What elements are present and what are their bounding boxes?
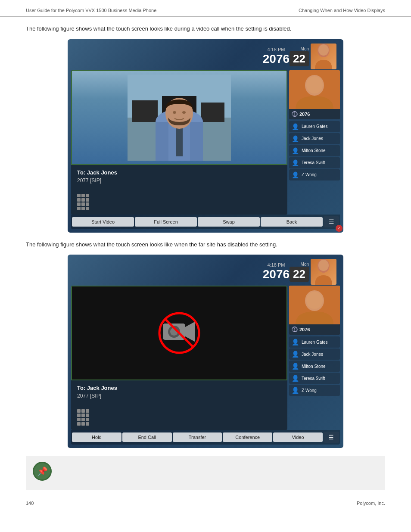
contact-num-2: 2076 bbox=[299, 327, 310, 332]
contacts-sidebar-2: ⓵ 2076 👤 Lauren Gates 👤 Jack Jones 👤 Mil… bbox=[289, 286, 340, 430]
time-num-2: 2076 bbox=[263, 268, 290, 281]
full-screen-button[interactable]: Full Screen bbox=[135, 217, 197, 227]
svg-rect-6 bbox=[132, 100, 158, 122]
contact-icon-9: 👤 bbox=[292, 375, 299, 382]
person-silhouette-1 bbox=[128, 75, 231, 161]
contact-top-2: ⓵ 2076 bbox=[289, 286, 340, 335]
svg-point-1 bbox=[318, 44, 329, 56]
contact-zwong-1[interactable]: 👤 Z Wong bbox=[289, 169, 340, 180]
day-badge-2: 22 bbox=[290, 267, 309, 282]
hd-icon-1: ⓵ bbox=[292, 111, 298, 118]
header-left: User Guide for the Polycom VVX 1500 Busi… bbox=[26, 8, 156, 13]
contact-icon-8: 👤 bbox=[292, 363, 299, 370]
note-icon: 📌 bbox=[33, 462, 52, 481]
company-name: Polycom, Inc. bbox=[357, 501, 385, 506]
contact-zwong-2[interactable]: 👤 Z Wong bbox=[289, 385, 340, 396]
page-number: 140 bbox=[26, 501, 34, 506]
video-disabled-1 bbox=[72, 286, 286, 380]
main-content: The following figure shows what the touc… bbox=[0, 25, 411, 490]
contact-icon-7: 👤 bbox=[292, 351, 299, 358]
to-label-1: To: Jack Jones bbox=[77, 169, 281, 176]
contacts-sidebar-1: ⓵ 2076 👤 Lauren Gates 👤 Jack Jones 👤 Mil… bbox=[289, 70, 340, 215]
contact-top-row-1: ⓵ 2076 bbox=[289, 109, 340, 119]
status-bar-1: 4:18 PM 2076 Mon 22 ✓ bbox=[71, 43, 340, 70]
contact-top-1: ⓵ 2076 bbox=[289, 70, 340, 119]
conference-button[interactable]: Conference bbox=[223, 432, 272, 442]
contact-icon-1: 👤 bbox=[292, 123, 299, 130]
hold-button[interactable]: Hold bbox=[72, 432, 121, 442]
contact-jack-1[interactable]: 👤 Jack Jones bbox=[289, 133, 340, 144]
bottom-buttons-1: Start Video Full Screen Swap Back ☰ bbox=[71, 215, 340, 229]
svg-marker-24 bbox=[185, 322, 195, 342]
figure1-intro: The following figure shows what the touc… bbox=[26, 25, 385, 33]
time-num-1: 2076 bbox=[263, 52, 290, 66]
sip-label-2: 2077 [SIP] bbox=[77, 393, 281, 399]
contact-photo-svg-1 bbox=[289, 70, 340, 109]
svg-point-15 bbox=[182, 111, 186, 114]
phone-ui-2: 4:18 PM 2076 Mon 22 bbox=[68, 255, 343, 448]
contact-top-row-2: ⓵ 2076 bbox=[289, 324, 340, 335]
day-label-1: Mon 22 bbox=[290, 47, 309, 66]
svg-rect-8 bbox=[201, 103, 224, 122]
page-header: User Guide for the Polycom VVX 1500 Busi… bbox=[0, 0, 411, 17]
hd-icon-2: ⓵ bbox=[292, 326, 298, 333]
contact-teresa-1[interactable]: 👤 Teresa Swift bbox=[289, 157, 340, 168]
status-center-1: 4:18 PM 2076 bbox=[263, 47, 290, 66]
pin-icon: 📌 bbox=[37, 466, 48, 476]
keypad-icon-1 bbox=[77, 194, 89, 210]
contact-lauren-1[interactable]: 👤 Lauren Gates bbox=[289, 121, 340, 132]
video-button[interactable]: Video bbox=[273, 432, 323, 442]
to-label-2: To: Jack Jones bbox=[77, 385, 281, 391]
note-box: 📌 bbox=[26, 456, 385, 490]
contact-photo-2 bbox=[289, 286, 340, 324]
call-info-1: To: Jack Jones 2077 [SIP] bbox=[71, 165, 287, 215]
menu-icon-btn-2[interactable]: ☰ bbox=[324, 432, 339, 443]
contact-teresa-2[interactable]: 👤 Teresa Swift bbox=[289, 373, 340, 384]
contact-icon-6: 👤 bbox=[292, 339, 299, 345]
svg-point-18 bbox=[306, 76, 323, 93]
note-text bbox=[57, 462, 378, 483]
svg-point-31 bbox=[306, 292, 323, 309]
time-label-2: 4:18 PM bbox=[263, 262, 290, 268]
status-bar-2: 4:18 PM 2076 Mon 22 bbox=[71, 258, 340, 286]
back-button[interactable]: Back bbox=[261, 217, 323, 227]
status-right-2: Mon 22 bbox=[290, 259, 336, 285]
no-camera-svg bbox=[158, 311, 201, 355]
svg-point-20 bbox=[318, 260, 329, 271]
contact-icon-4: 👤 bbox=[292, 159, 299, 166]
contact-num-1: 2076 bbox=[299, 112, 310, 117]
day-badge-1: 22 bbox=[290, 51, 309, 66]
self-video-1: ✓ bbox=[311, 44, 336, 69]
contact-jack-2[interactable]: 👤 Jack Jones bbox=[289, 348, 340, 360]
status-center-2: 4:18 PM 2076 bbox=[263, 262, 290, 281]
phone-screen-1: 0:31 bbox=[71, 70, 340, 215]
start-video-button[interactable]: Start Video bbox=[72, 217, 134, 227]
contact-lauren-2[interactable]: 👤 Lauren Gates bbox=[289, 336, 340, 348]
status-right-1: Mon 22 ✓ bbox=[290, 44, 336, 69]
svg-point-14 bbox=[173, 111, 176, 114]
sip-label-1: 2077 [SIP] bbox=[77, 177, 281, 184]
contact-milton-2[interactable]: 👤 Milton Stone bbox=[289, 361, 340, 372]
end-call-button[interactable]: End Call bbox=[122, 432, 172, 442]
bottom-buttons-2: Hold End Call Transfer Conference Video … bbox=[71, 430, 340, 445]
contact-photo-svg-2 bbox=[289, 286, 340, 324]
contact-milton-1[interactable]: 👤 Milton Stone bbox=[289, 145, 340, 156]
swap-button[interactable]: Swap bbox=[198, 217, 260, 227]
day-label-2: Mon 22 bbox=[290, 262, 309, 282]
video-person-1 bbox=[72, 71, 286, 164]
person-icon-2 bbox=[313, 259, 334, 285]
person-icon-1 bbox=[313, 44, 334, 69]
contact-icon-3: 👤 bbox=[292, 147, 299, 154]
contact-photo-1 bbox=[289, 70, 340, 109]
video-frame-2: 2:56 bbox=[71, 286, 287, 380]
phone-ui-1: 4:18 PM 2076 Mon 22 ✓ bbox=[68, 39, 343, 233]
call-area-2: 2:56 bbox=[71, 286, 287, 430]
contact-icon-10: 👤 bbox=[292, 387, 299, 394]
contact-icon-5: 👤 bbox=[292, 171, 299, 178]
svg-rect-12 bbox=[176, 126, 183, 156]
call-info-2: To: Jack Jones 2077 [SIP] bbox=[71, 380, 287, 430]
transfer-button[interactable]: Transfer bbox=[173, 432, 222, 442]
contact-icon-2: 👤 bbox=[292, 135, 299, 142]
time-label-1: 4:18 PM bbox=[263, 47, 290, 52]
page-footer: 140 Polycom, Inc. bbox=[0, 495, 411, 510]
